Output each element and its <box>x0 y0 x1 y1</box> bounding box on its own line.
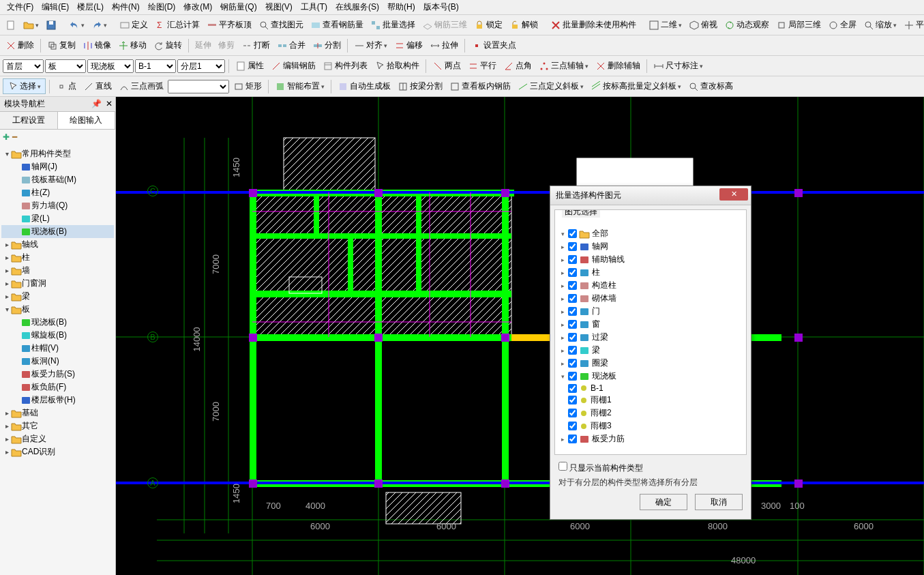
tree-item[interactable]: 筏板基础(M) <box>1 173 114 186</box>
menu-view[interactable]: 视图(V) <box>261 0 297 14</box>
auto-slab-button[interactable]: 自动生成板 <box>335 79 393 93</box>
three-pt-slope-button[interactable]: 三点定义斜板▾ <box>515 79 586 93</box>
pan-button[interactable]: 平移 <box>901 18 924 32</box>
smart-layout-button[interactable]: 智能布置▾ <box>272 79 327 93</box>
calculate-button[interactable]: Σ汇总计算 <box>152 18 203 32</box>
batch-slope-button[interactable]: 按标高批量定义斜板▾ <box>588 79 684 93</box>
tree-item[interactable]: ▸ 其它 <box>1 419 114 432</box>
point-angle-button[interactable]: 点角 <box>501 59 535 73</box>
tree-item[interactable]: 现浇板(B) <box>1 225 114 238</box>
perspective-button[interactable]: 俯视 <box>686 18 720 32</box>
dialog-tree-item[interactable]: ▸门 <box>559 305 742 318</box>
properties-button[interactable]: 属性 <box>233 59 267 73</box>
break-button[interactable]: 打断 <box>239 38 273 53</box>
menu-draw[interactable]: 绘图(D) <box>144 0 180 14</box>
category-select[interactable]: 板 <box>45 59 86 73</box>
dialog-tree-item[interactable]: 雨棚3 <box>559 419 742 432</box>
tab-project-settings[interactable]: 工程设置 <box>0 112 58 129</box>
close-icon[interactable]: ✕ <box>106 99 113 108</box>
dialog-title-bar[interactable]: 批量选择构件图元 ✕ <box>550 186 751 205</box>
tree-item[interactable]: 板洞(N) <box>1 355 114 368</box>
tree-item[interactable]: ▸ 基础 <box>1 407 114 419</box>
tree-item[interactable]: ▾ 常用构件类型 <box>1 147 114 160</box>
dialog-tree-item[interactable]: ▸柱 <box>559 266 742 279</box>
menu-online[interactable]: 在线服务(S) <box>331 0 383 14</box>
line-button[interactable]: 直线 <box>80 79 115 93</box>
dimension-button[interactable]: 尺寸标注▾ <box>651 59 706 73</box>
menu-modify[interactable]: 修改(M) <box>179 0 216 14</box>
ok-button[interactable]: 确定 <box>640 494 687 510</box>
menu-tools[interactable]: 工具(T) <box>297 0 331 14</box>
unlock-button[interactable]: 解锁 <box>507 18 541 32</box>
cancel-button[interactable]: 取消 <box>695 494 743 510</box>
tree-item[interactable]: 梁(L) <box>1 212 114 225</box>
delete-axis-button[interactable]: 删除辅轴 <box>593 59 643 73</box>
pick-component-button[interactable]: 拾取构件 <box>372 59 422 73</box>
tree-item[interactable]: ▸ 自定义 <box>1 432 114 445</box>
tree-item[interactable]: ▸ 轴线 <box>1 238 114 251</box>
dialog-tree-item[interactable]: B-1 <box>559 383 742 394</box>
menu-file[interactable]: 文件(F) <box>3 0 38 14</box>
select-button[interactable]: 选择▾ <box>3 78 46 94</box>
pin-icon[interactable]: 📌 <box>91 99 102 108</box>
merge-button[interactable]: 合并 <box>274 38 308 53</box>
menu-help[interactable]: 帮助(H) <box>383 0 419 14</box>
component-select[interactable]: B-1 <box>135 59 176 73</box>
type-select[interactable]: 现浇板 <box>87 59 134 73</box>
batch-select-button[interactable]: 批量选择 <box>368 18 418 32</box>
rect-button[interactable]: 矩形 <box>230 79 265 93</box>
dialog-tree-item[interactable]: ▾现浇板 <box>559 370 742 383</box>
dialog-tree-item[interactable]: ▸砌体墙 <box>559 292 742 305</box>
find-element-button[interactable]: 查找图元 <box>256 18 306 32</box>
three-axis-button[interactable]: 三点辅轴▾ <box>536 59 591 73</box>
view-slab-rebar-button[interactable]: 查看板内钢筋 <box>447 79 513 93</box>
tree-item[interactable]: 板负筋(F) <box>1 381 114 394</box>
mirror-button[interactable]: 镜像 <box>80 38 114 53</box>
floor-select[interactable]: 首层 <box>3 59 44 73</box>
view-rebar-button[interactable]: 查看钢筋量 <box>308 18 366 32</box>
flat-top-button[interactable]: 平齐板顶 <box>204 18 254 32</box>
open-button[interactable]: ▾ <box>20 18 42 32</box>
view-2d-button[interactable]: 二维▾ <box>646 18 685 32</box>
redo-button[interactable]: ▾ <box>89 18 110 32</box>
menu-rebar[interactable]: 钢筋量(Q) <box>216 0 260 14</box>
dialog-tree-item[interactable]: ▸圈梁 <box>559 357 742 370</box>
tree-item[interactable]: ▾ 板 <box>1 303 114 316</box>
copy-button[interactable]: 复制 <box>44 38 78 53</box>
dialog-tree-item[interactable]: ▸构造柱 <box>559 279 742 292</box>
split-by-beam-button[interactable]: 按梁分割 <box>395 79 445 93</box>
tree-item[interactable]: 轴网(J) <box>1 160 114 173</box>
only-current-checkbox[interactable]: 只显示当前构件类型 <box>558 462 743 474</box>
dialog-tree-item[interactable]: ▸板受力筋 <box>559 432 742 445</box>
batch-delete-button[interactable]: 批量删除未使用构件 <box>548 18 639 32</box>
menu-floor[interactable]: 楼层(L) <box>73 0 108 14</box>
move-button[interactable]: 移动 <box>115 38 149 53</box>
dialog-tree-item[interactable]: ▸窗 <box>559 318 742 331</box>
new-button[interactable] <box>3 18 19 32</box>
dynamic-view-button[interactable]: 动态观察 <box>721 18 772 32</box>
delete-button[interactable]: 删除 <box>3 38 37 53</box>
layer-select[interactable]: 分层1 <box>177 59 225 73</box>
add-icon[interactable]: ✚ <box>3 132 10 142</box>
rotate-button[interactable]: 旋转 <box>151 38 185 53</box>
point-button[interactable]: 点 <box>53 79 79 93</box>
offset-button[interactable]: 偏移 <box>391 38 426 53</box>
arc-button[interactable]: 三点画弧 <box>116 79 166 93</box>
menu-component[interactable]: 构件(N) <box>108 0 144 14</box>
align-button[interactable]: 对齐▾ <box>351 38 390 53</box>
tree-item[interactable]: 现浇板(B) <box>1 316 114 329</box>
save-button[interactable] <box>43 18 59 32</box>
undo-button[interactable]: ▾ <box>66 18 87 32</box>
fullscreen-button[interactable]: 全屏 <box>825 18 859 32</box>
tree-item[interactable]: 柱帽(V) <box>1 342 114 355</box>
dialog-tree-item[interactable]: 雨棚1 <box>559 394 742 407</box>
trim-button[interactable]: 修剪 <box>215 38 237 53</box>
tree-item[interactable]: ▸ 柱 <box>1 251 114 264</box>
view-elevation-button[interactable]: 查改标高 <box>685 79 736 93</box>
tab-draw-input[interactable]: 绘图输入 <box>58 112 116 129</box>
arc-mode-select[interactable] <box>168 80 229 93</box>
define-button[interactable]: 定义 <box>117 18 151 32</box>
dialog-tree-item[interactable]: ▾全部 <box>559 227 742 240</box>
edit-rebar-button[interactable]: 编辑钢筋 <box>268 59 318 73</box>
drawing-canvas[interactable]: CBA1450700014000700014507004000600060006… <box>116 97 924 575</box>
